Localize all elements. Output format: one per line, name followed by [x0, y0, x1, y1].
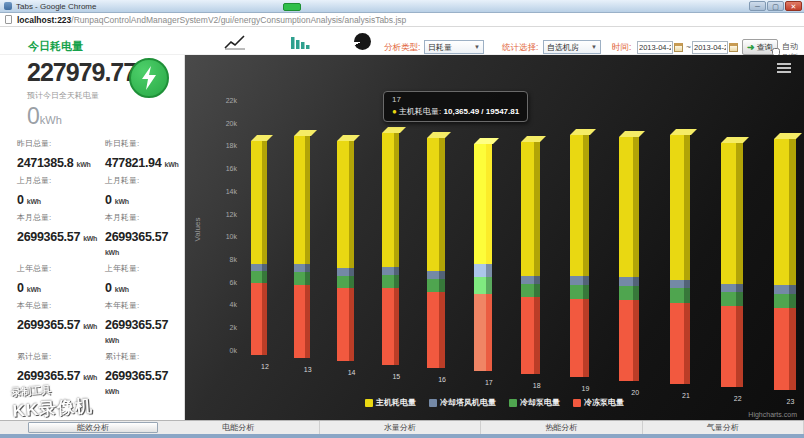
bar-segment[interactable] — [427, 138, 445, 271]
bar-segment[interactable] — [521, 284, 540, 297]
bar-segment[interactable] — [427, 271, 445, 279]
stacked-bar[interactable] — [427, 138, 445, 368]
highcharts-credits[interactable]: Highcharts.com — [748, 411, 797, 418]
bar-segment[interactable] — [670, 280, 691, 289]
bar-segment[interactable] — [670, 288, 691, 302]
stat-value: 0 kWh — [105, 193, 185, 207]
bar-segment[interactable] — [670, 303, 691, 384]
bar-segment[interactable] — [474, 144, 493, 264]
bar-segment[interactable] — [619, 286, 639, 300]
bar-segment[interactable] — [337, 268, 354, 276]
stacked-bar[interactable] — [294, 136, 311, 358]
bar-segment[interactable] — [294, 136, 311, 264]
bar-segment[interactable] — [337, 141, 354, 268]
bar-segment[interactable] — [774, 139, 796, 284]
calendar-icon[interactable] — [674, 43, 683, 52]
stacked-bar[interactable] — [570, 135, 590, 377]
legend-swatch — [573, 399, 581, 407]
bar-segment[interactable] — [521, 297, 540, 374]
bar-segment[interactable] — [474, 294, 493, 371]
stacked-bar[interactable] — [251, 141, 267, 356]
maximize-button[interactable]: ▢ — [767, 1, 784, 11]
bar-segment[interactable] — [721, 143, 743, 283]
bar-segment[interactable] — [570, 276, 590, 285]
bar-segment[interactable] — [427, 279, 445, 292]
stat-label: 上月耗量: — [105, 175, 185, 186]
bar-top-face — [570, 129, 596, 135]
stat-select-label: 统计选择: — [502, 42, 538, 54]
tab-1[interactable]: 能效分析 — [28, 422, 158, 433]
bar-segment[interactable] — [337, 288, 354, 361]
stat-item: 上年耗量:0 kWh — [105, 263, 185, 295]
chart-menu-icon[interactable] — [777, 63, 791, 75]
bar-segment[interactable] — [721, 306, 743, 387]
stacked-bar[interactable] — [721, 143, 743, 387]
bar-segment[interactable] — [474, 264, 493, 277]
address-bar[interactable]: localhost:223/RunpaqControlAndManagerSys… — [0, 13, 804, 27]
bar-segment[interactable] — [251, 141, 267, 264]
bar-segment[interactable] — [521, 142, 540, 276]
date-from-input[interactable] — [637, 41, 673, 54]
bar-segment[interactable] — [474, 277, 493, 294]
bar-segment[interactable] — [382, 133, 400, 267]
stat-value: 477821.94 kWh — [105, 156, 185, 170]
bar-segment[interactable] — [721, 284, 743, 293]
bar-segment[interactable] — [721, 292, 743, 306]
bar-segment[interactable] — [619, 277, 639, 286]
bar-segment[interactable] — [774, 308, 796, 390]
bar-segment[interactable] — [570, 285, 590, 299]
pie-chart-icon[interactable] — [349, 31, 375, 52]
bar-segment[interactable] — [521, 276, 540, 284]
legend-item[interactable]: 冷却泵电量 — [509, 397, 560, 408]
stacked-bar[interactable] — [619, 137, 639, 380]
bar-segment[interactable] — [382, 288, 400, 364]
bar-segment[interactable] — [251, 283, 267, 355]
bar-segment[interactable] — [427, 292, 445, 368]
stat-unit: kWh — [115, 198, 129, 205]
stat-label: 上月总量: — [17, 175, 105, 186]
stat-select[interactable]: 自选机房▼ — [543, 40, 601, 54]
bar-segment[interactable] — [337, 276, 354, 289]
app-window: Tabs - Google Chrome ─ ▢ ✕ localhost:223… — [0, 0, 804, 438]
bar-segment[interactable] — [774, 294, 796, 308]
calendar-icon[interactable] — [729, 43, 738, 52]
tab-4[interactable]: 热能分析 — [481, 421, 643, 434]
stacked-bar[interactable] — [670, 135, 691, 384]
bar-segment[interactable] — [251, 264, 267, 272]
bar-chart-icon[interactable] — [287, 31, 313, 52]
minimize-button[interactable]: ─ — [749, 1, 766, 11]
stat-unit: kWh — [165, 161, 179, 168]
tab-3[interactable]: 水量分析 — [320, 421, 482, 434]
bar-segment[interactable] — [619, 137, 639, 277]
bar-segment[interactable] — [251, 271, 267, 283]
bar-segment[interactable] — [294, 264, 311, 272]
bar-segment[interactable] — [570, 135, 590, 276]
bar-segment[interactable] — [382, 267, 400, 275]
bar-segment[interactable] — [294, 272, 311, 285]
bar-segment[interactable] — [774, 285, 796, 294]
line-chart-icon[interactable] — [222, 31, 248, 52]
legend-item[interactable]: 冷却塔风机电量 — [429, 397, 496, 408]
date-to-input[interactable] — [692, 41, 728, 54]
stacked-bar[interactable] — [521, 142, 540, 374]
tab-2[interactable]: 电能分析 — [158, 421, 320, 434]
bar-top-face — [721, 137, 749, 143]
analysis-type-select[interactable]: 日耗量▼ — [424, 40, 484, 54]
legend-item[interactable]: 主机耗电量 — [365, 397, 416, 408]
legend-item[interactable]: 冷冻泵电量 — [573, 397, 624, 408]
bar-segment[interactable] — [382, 275, 400, 288]
bar-segment[interactable] — [619, 300, 639, 380]
stacked-bar[interactable] — [474, 144, 493, 371]
stacked-bar[interactable] — [382, 133, 400, 365]
y-axis-tick: 0k — [185, 347, 237, 354]
stat-item: 本月总量:2699365.57 kWh — [17, 212, 105, 258]
stacked-bar[interactable] — [774, 139, 796, 390]
tab-5[interactable]: 气量分析 — [643, 421, 804, 434]
bar-segment[interactable] — [294, 285, 311, 358]
stacked-bar[interactable] — [337, 141, 354, 362]
bar-segment[interactable] — [570, 299, 590, 378]
legend-swatch — [365, 399, 373, 407]
stat-label: 上年耗量: — [105, 263, 185, 274]
close-button[interactable]: ✕ — [785, 1, 802, 11]
bar-segment[interactable] — [670, 135, 691, 280]
